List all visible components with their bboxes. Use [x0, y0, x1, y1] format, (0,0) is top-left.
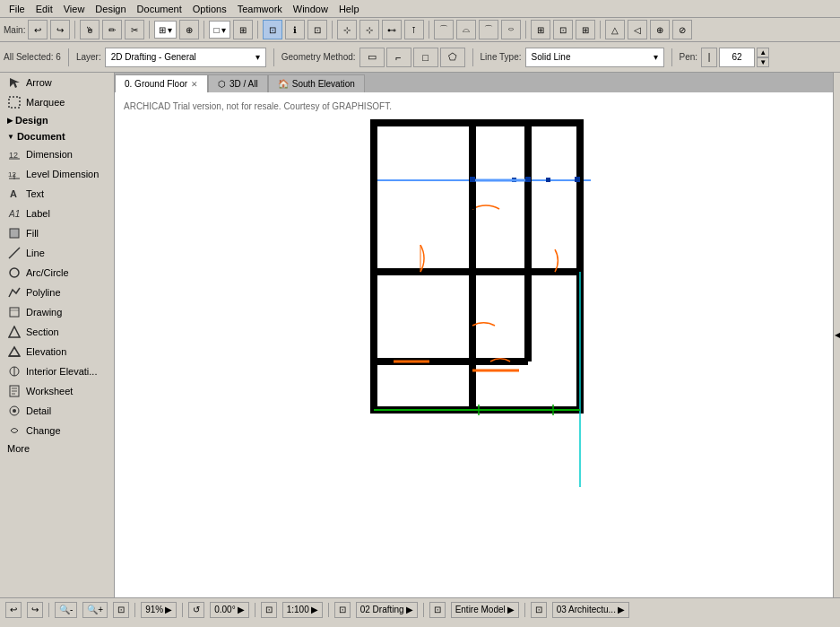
polyline-icon: [7, 285, 22, 300]
sidebar-category-document[interactable]: ▼ Document: [0, 128, 114, 144]
sep-t2-1: [68, 48, 69, 66]
pen-up-btn[interactable]: ▲: [757, 48, 769, 57]
sidebar-item-change[interactable]: Change: [0, 421, 114, 440]
angle-btn[interactable]: 0.00° ▶: [210, 602, 248, 618]
linetype-dropdown[interactable]: Solid Line ▾: [525, 48, 664, 67]
curve-btn4[interactable]: ⌔: [501, 20, 521, 39]
info-btn[interactable]: ℹ: [285, 20, 305, 39]
sidebar-item-detail[interactable]: Detail: [0, 401, 114, 421]
sidebar-item-dimension[interactable]: 12 Dimension: [0, 144, 114, 164]
tab-ground-floor-close[interactable]: ✕: [191, 80, 198, 89]
pen-value-input[interactable]: 62: [719, 48, 755, 67]
redo-button[interactable]: ↪: [50, 20, 70, 39]
dimension-icon: 12: [7, 147, 22, 161]
zoom-btn[interactable]: ⊞: [233, 20, 253, 39]
pen-down-btn[interactable]: ▼: [757, 57, 769, 67]
curve-btn3[interactable]: ⌒: [479, 20, 498, 39]
sep4: [257, 21, 258, 39]
zoom-out-btn[interactable]: 🔍-: [55, 602, 77, 618]
undo-status-btn[interactable]: ↩: [5, 602, 22, 618]
extra-btn1[interactable]: ⊡: [307, 20, 327, 39]
sep-s4: [255, 603, 255, 617]
pen-color-swatch[interactable]: |: [701, 48, 717, 67]
tab-3d[interactable]: ⬡ 3D / All: [208, 74, 268, 92]
magnet-btn[interactable]: ⊕: [179, 20, 199, 39]
sidebar-item-worksheet[interactable]: Worksheet: [0, 381, 114, 401]
menu-options[interactable]: Options: [187, 4, 232, 14]
active-tool[interactable]: ⊡: [263, 20, 282, 39]
node-btn3[interactable]: ⊷: [382, 20, 402, 39]
menu-document[interactable]: Document: [132, 4, 187, 14]
sidebar-item-drawing[interactable]: Drawing: [0, 302, 114, 322]
misc-btn1[interactable]: △: [605, 20, 625, 39]
menu-edit[interactable]: Edit: [30, 4, 58, 14]
sidebar-category-design[interactable]: ▶ Design: [0, 112, 114, 128]
model-icon-btn[interactable]: ⊡: [429, 602, 446, 618]
change-icon: [7, 423, 22, 438]
geo-btn-square[interactable]: □: [413, 48, 438, 67]
collapse-handle[interactable]: ◀: [833, 73, 840, 597]
misc-btn2[interactable]: ◁: [628, 20, 647, 39]
misc-btn4[interactable]: ⊘: [672, 20, 692, 39]
node-btn4[interactable]: ⊺: [404, 20, 424, 39]
geo-btn-rect[interactable]: ▭: [359, 48, 385, 67]
eraser-tool[interactable]: ✂: [125, 20, 144, 39]
drafting-btn[interactable]: 02 Drafting ▶: [356, 602, 418, 618]
sidebar-item-elevation[interactable]: Elevation: [0, 342, 114, 361]
pointer-tool[interactable]: 🖱: [80, 20, 100, 39]
sidebar-item-more[interactable]: More: [0, 440, 114, 457]
tab-south-elevation[interactable]: 🏠 South Elevation: [268, 74, 365, 92]
zoom-fit-btn[interactable]: ⊡: [113, 602, 129, 618]
grid-btn2[interactable]: ⊡: [553, 20, 573, 39]
sidebar-item-arrow[interactable]: Arrow: [0, 73, 114, 92]
misc-btn3[interactable]: ⊕: [650, 20, 670, 39]
sidebar-item-polyline[interactable]: Polyline: [0, 283, 114, 302]
pen-tool[interactable]: ✏: [102, 20, 122, 39]
sidebar-item-level-dimension[interactable]: 12 Level Dimension: [0, 164, 114, 184]
grid-btn1[interactable]: ⊞: [531, 20, 550, 39]
linetype-label: Line Type:: [481, 52, 522, 62]
sidebar-item-text[interactable]: A Text: [0, 184, 114, 204]
rotation-btn[interactable]: ↺: [188, 602, 204, 618]
node-btn1[interactable]: ⊹: [337, 20, 357, 39]
scale-icon-btn[interactable]: ⊡: [261, 602, 277, 618]
grid-btn3[interactable]: ⊞: [576, 20, 595, 39]
geo-btn-l[interactable]: ⌐: [386, 48, 411, 67]
sidebar-item-line[interactable]: Line: [0, 243, 114, 263]
sidebar: Arrow Marquee ▶ Design ▼ Document 12 Dim…: [0, 73, 115, 597]
snap-dropdown[interactable]: ⊞▾: [154, 21, 177, 39]
view-dropdown[interactable]: □▾: [209, 21, 229, 39]
zoom-value-btn[interactable]: 91% ▶: [141, 602, 177, 618]
interior-elevation-label: Interior Elevati...: [26, 366, 97, 377]
geo-btn-poly[interactable]: ⬠: [440, 48, 465, 67]
change-label: Change: [26, 425, 61, 436]
redo-status-btn[interactable]: ↪: [27, 602, 43, 618]
curve-btn1[interactable]: ⌒: [434, 20, 454, 39]
layer-label: Layer:: [76, 52, 101, 62]
sidebar-item-marquee[interactable]: Marquee: [0, 92, 114, 112]
menu-view[interactable]: View: [58, 4, 91, 14]
menu-design[interactable]: Design: [90, 4, 131, 14]
menu-file[interactable]: File: [4, 4, 30, 14]
menu-help[interactable]: Help: [333, 4, 365, 14]
sidebar-item-fill[interactable]: Fill: [0, 223, 114, 243]
sidebar-item-arc-circle[interactable]: Arc/Circle: [0, 263, 114, 283]
drafting-icon-btn[interactable]: ⊡: [334, 602, 351, 618]
sidebar-item-section[interactable]: Section: [0, 322, 114, 342]
sidebar-item-label[interactable]: A1 Label: [0, 204, 114, 223]
sidebar-item-interior-elevation[interactable]: Interior Elevati...: [0, 361, 114, 381]
zoom-in-btn[interactable]: 🔍+: [82, 602, 108, 618]
node-btn2[interactable]: ⊹: [359, 20, 379, 39]
layer-icon-btn[interactable]: ⊡: [531, 602, 547, 618]
undo-button[interactable]: ↩: [28, 20, 48, 39]
model-btn[interactable]: Entire Model ▶: [451, 602, 519, 618]
tab-ground-floor[interactable]: 0. Ground Floor ✕: [115, 74, 208, 92]
drawing-canvas[interactable]: ARCHICAD Trial version, not for resale. …: [115, 92, 833, 597]
layer-status-btn[interactable]: 03 Architectu... ▶: [552, 602, 629, 618]
menu-teamwork[interactable]: Teamwork: [232, 4, 288, 14]
scale-btn[interactable]: 1:100 ▶: [282, 602, 323, 618]
curve-btn2[interactable]: ⌓: [456, 20, 476, 39]
menu-window[interactable]: Window: [288, 4, 333, 14]
layer-dropdown[interactable]: 2D Drafting - General ▾: [105, 48, 266, 67]
more-label: More: [7, 443, 30, 454]
